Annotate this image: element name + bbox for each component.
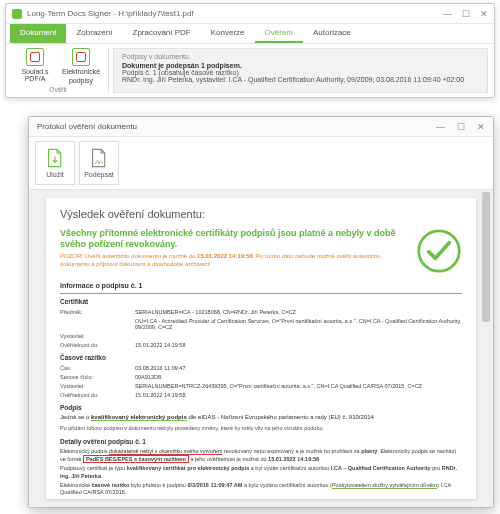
sig-bold: kvalifikovaný elektronický podpis <box>91 414 187 421</box>
ts-time-k: Čas: <box>60 364 135 373</box>
tab-dokument[interactable]: Dokument <box>10 24 66 43</box>
main-titlebar: Long-Term Docs Signer - H:\příklady7\tes… <box>6 4 494 24</box>
protocol-page: Výsledek ověření dokumentu: Všechny přít… <box>46 198 476 499</box>
save-button[interactable]: Uložit <box>35 141 75 185</box>
ts-issuer-k: Vystavitel: <box>60 382 135 391</box>
main-window: Long-Term Docs Signer - H:\příklady7\tes… <box>5 3 495 98</box>
protocol-body: Výsledek ověření dokumentu: Všechny přít… <box>29 190 493 507</box>
cert-valid-v: 15.01.2022 14:19:58 <box>135 341 462 350</box>
svg-point-0 <box>419 231 459 271</box>
ribbon-tabs: Dokument Zobrazení Zpracování PDF Konver… <box>6 24 494 44</box>
d3a: Elektronické <box>60 482 92 488</box>
cert-issuer-k: Vystavitel: <box>60 332 135 341</box>
sig-note: Po přidání tohoto podpisu v dokumentu ne… <box>60 425 462 432</box>
signatures-panel: Podpisy v dokumentu Dokument je podepsán… <box>113 48 488 93</box>
signatures-panel-headline: Dokument je podepsán 1 podpisem. <box>122 62 242 69</box>
ribbon-separator <box>108 48 109 93</box>
ribbon-btn-signatures-label2: podpisy <box>69 77 93 84</box>
d2b: kvalifikovaný certifikát pro elektronick… <box>127 465 250 471</box>
ts-time-v: 03.08.2016 11:09:47 <box>135 364 462 373</box>
d2c: a byl vydán certifikační autoritou <box>249 465 331 471</box>
close-icon[interactable]: ✕ <box>480 9 488 19</box>
status-banner: Všechny přítomné elektronické certifikát… <box>60 228 462 274</box>
maximize-icon[interactable]: ☐ <box>457 122 465 132</box>
subhead-ts: Časové razítko <box>60 354 462 362</box>
signatures-panel-line2: RNDr. Ing. Jiří Peterka, vystavitel: I.C… <box>122 76 479 83</box>
warn-date: 15.01.2022 14:19:58 <box>197 253 253 259</box>
sig-pre: Jedná se o <box>60 414 91 420</box>
tab-overeni[interactable]: Ověření <box>255 24 303 43</box>
protocol-window: Protokol ověření dokumentu — ☐ ✕ Uložit … <box>28 116 494 508</box>
signatures-panel-line1: Podpis č. 1 (obsahuje časové razítko) <box>122 69 479 76</box>
tab-zpracovani[interactable]: Zpracování PDF <box>123 24 201 43</box>
d1h: 15.01.2022 14:19:58 <box>268 456 319 462</box>
signatures-panel-caption: Podpisy v dokumentu <box>122 53 479 60</box>
ribbon-btn-signatures[interactable]: Elektronické podpisy <box>58 48 104 85</box>
ts-table: Čas: 03.08.2016 11:09:47 Sériové číslo: … <box>60 364 462 400</box>
tab-konverze[interactable]: Konverze <box>201 24 255 43</box>
close-icon[interactable]: ✕ <box>477 122 485 132</box>
protocol-titlebar: Protokol ověření dokumentu — ☐ ✕ <box>29 117 493 137</box>
cert-issuer-ou: OU=I.CA - Accredited Provider of Certifi… <box>135 317 462 333</box>
sign-button-label: Podepsat <box>84 171 114 178</box>
maximize-icon[interactable]: ☐ <box>462 9 470 19</box>
d3e: a bylo vydáno certifikační autoritou ( <box>242 482 332 488</box>
d1g: a jeho ověřitelnost je možná do <box>189 456 268 462</box>
d2e: pro <box>431 465 442 471</box>
d2g: . <box>101 473 103 479</box>
d1c: revokovaný nebo expirovaný a je možné ho… <box>222 448 361 454</box>
page-title: Výsledek ověření dokumentu: <box>60 208 462 222</box>
signatures-icon <box>72 48 90 66</box>
ribbon-btn-signatures-label1: Elektronické <box>62 68 100 75</box>
d3b: časové razítko <box>92 482 130 488</box>
d3c: bylo přidáno k podpisu <box>129 482 187 488</box>
cert-valid-k: Ověřitelnost do: <box>60 341 135 350</box>
pdfa-icon <box>26 48 44 66</box>
minimize-icon[interactable]: — <box>443 9 452 19</box>
d1d: platný <box>361 448 377 454</box>
protocol-window-buttons: — ☐ ✕ <box>436 122 485 132</box>
ribbon-body: Soulad s PDF/A Elektronické podpisy Ověř… <box>6 44 494 97</box>
section-info: Informace o podpisu č. 1 <box>60 282 462 294</box>
ts-valid-v: 15.01.2022 14:19:58 <box>135 391 462 400</box>
app-icon <box>12 9 22 19</box>
tab-zobrazeni[interactable]: Zobrazení <box>66 24 122 43</box>
main-window-buttons: — ☐ ✕ <box>443 9 488 19</box>
ribbon-section-label: Ověřit <box>49 86 66 93</box>
check-circle-icon <box>416 228 462 274</box>
subhead-sig: Podpis <box>60 404 462 412</box>
sign-button[interactable]: Podepsat <box>79 141 119 185</box>
scrollbar-thumb[interactable] <box>482 192 490 322</box>
d2d: I.CA – Qualified Certification Authority <box>331 465 431 471</box>
protocol-title: Protokol ověření dokumentu <box>37 122 137 131</box>
ribbon-btn-pdfa-label: Soulad s PDF/A <box>12 68 58 83</box>
ts-issuer-v: SERIALNUMBER=NTRCZ-26439395, O="První ce… <box>135 382 462 391</box>
ts-serial-v: 00A912D8 <box>135 373 462 382</box>
ts-serial-k: Sériové číslo: <box>60 373 135 382</box>
cert-subject-v: SERIALNUMBER=ICA - 10218068, CN=RNDr. Ji… <box>135 308 462 317</box>
ribbon-btn-pdfa[interactable]: Soulad s PDF/A <box>12 48 58 85</box>
d1f: PadES BES/EPES s časovým razítkem <box>83 455 189 463</box>
status-heading: Všechny přítomné elektronické certifikát… <box>60 228 406 250</box>
tab-autorizace[interactable]: Autorizace <box>303 24 361 43</box>
warn-pre: POZOR! Ověřit autenticitu dokumentu je m… <box>60 253 197 259</box>
details-block: Elektronický podpis dokazatelně nebyl v … <box>60 448 462 497</box>
protocol-toolbar: Uložit Podepsat <box>29 137 493 190</box>
ts-valid-k: Ověřitelnost do: <box>60 391 135 400</box>
cert-subject-k: Předmět: <box>60 308 135 317</box>
d2a: Podpisový certifikát je typu <box>60 465 127 471</box>
status-warning: POZOR! Ověřit autenticitu dokumentu je m… <box>60 253 406 268</box>
page-save-icon <box>46 148 64 168</box>
d3d: 8/3/2016 11:09:47 AM <box>188 482 243 488</box>
save-button-label: Uložit <box>46 171 64 178</box>
d1i: . <box>319 456 321 462</box>
subhead-details: Detaily ověření podpisu č. 1 <box>60 438 462 446</box>
main-title: Long-Term Docs Signer - H:\příklady7\tes… <box>27 9 194 18</box>
d3f: Poskytovatelem služby vytvářejícím důvěr… <box>332 482 437 489</box>
subhead-cert: Certifikát <box>60 298 462 306</box>
cert-table: Předmět: SERIALNUMBER=ICA - 10218068, CN… <box>60 308 462 350</box>
scrollbar[interactable] <box>481 192 491 505</box>
minimize-icon[interactable]: — <box>436 122 445 132</box>
sig-post: dle eIDAS - Nařízení Evropského parlamen… <box>187 414 374 420</box>
sig-line: Jedná se o kvalifikovaný elektronický po… <box>60 414 462 424</box>
